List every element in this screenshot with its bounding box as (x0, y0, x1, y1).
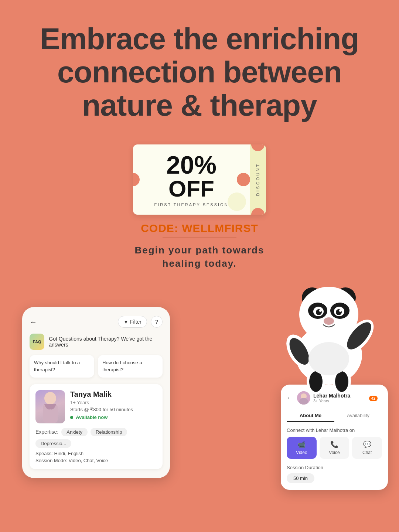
chat-label: Chat (362, 450, 372, 455)
phone-left: ← ▼ Filter ? FAQ Got Questions about The… (22, 307, 170, 478)
faq-icon-label: FAQ (33, 340, 41, 344)
screenshots-section: ← ▼ Filter ? FAQ Got Questions about The… (0, 285, 399, 532)
phone-right-header: ← Lehar Malhotra 3+ Years (287, 391, 382, 405)
expertise-tag-anxiety: Anxiety (61, 428, 88, 436)
tabs-row: About Me Availability (287, 410, 382, 422)
coupon-subtitle: FIRST THERAPY SESSION (154, 202, 228, 207)
expertise-tag-depression: Depressio... (35, 439, 71, 448)
therapist-info: Tanya Malik 1+ Years Starts @ ₹800 for 5… (70, 390, 157, 423)
faq-icon: FAQ (30, 334, 44, 350)
hero-section: Embrace the enriching connection between… (0, 0, 399, 133)
voice-icon: 📞 (330, 440, 338, 449)
svg-point-22 (44, 392, 56, 405)
video-button[interactable]: 📹 Video (287, 437, 317, 459)
therapist-speaks: Speaks: Hindi, English (35, 451, 157, 456)
notification-badge: 42 (369, 396, 378, 401)
expertise-label: Expertise: (35, 429, 58, 435)
question-card-1[interactable]: Why should I talk to a therapist? (30, 355, 94, 377)
code-section: CODE: WELLMFIRST Begin your path towards… (0, 222, 399, 270)
svg-point-16 (324, 317, 334, 325)
available-dot (70, 416, 73, 419)
code-divider (163, 238, 236, 238)
connect-buttons: 📹 Video 📞 Voice 💬 Chat (287, 437, 382, 459)
question-1-text: Why should I talk to a therapist? (34, 360, 80, 372)
therapist-avatar-svg (297, 391, 310, 405)
connect-label: Connect with Lehar Malhotra on (287, 427, 382, 433)
hero-title-line3: nature & therapy (82, 88, 317, 122)
filter-label: Filter (130, 319, 141, 325)
question-cards: Why should I talk to a therapist? How do… (30, 355, 163, 377)
tagline-line1: Begin your path towards (135, 245, 265, 256)
tagline: Begin your path towards healing today. (0, 243, 399, 270)
filter-button[interactable]: ▼ Filter (118, 316, 147, 328)
available-text: Available now (76, 415, 108, 420)
panda-illustration (277, 274, 381, 392)
therapist-mode: Session Mode: Video, Chat, Voice (35, 458, 157, 463)
svg-point-7 (299, 287, 358, 342)
phone-left-nav: ← ▼ Filter ? (30, 316, 163, 328)
therapist-price: Starts @ ₹800 for 50 minutes (70, 407, 157, 412)
svg-point-21 (308, 342, 349, 375)
coupon: 20% OFF FIRST THERAPY SESSION DISCOUNT (133, 144, 266, 215)
question-card-2[interactable]: How do I choose a therapist? (98, 355, 163, 377)
therapist-years: 1+ Years (70, 400, 157, 405)
chat-icon: 💬 (363, 440, 371, 449)
question-2-text: How do I choose a therapist? (102, 360, 142, 372)
svg-point-19 (309, 371, 323, 392)
svg-point-15 (339, 310, 341, 312)
session-duration-label: Session Duration (287, 465, 382, 470)
therapist-header: Tanya Malik 1+ Years Starts @ ₹800 for 5… (35, 390, 157, 423)
faq-text: Got Questions about Therapy? We've got t… (49, 336, 163, 348)
back-arrow-left[interactable]: ← (30, 318, 37, 326)
duration-tag: 50 min (287, 473, 314, 483)
therapist-avatar-small (297, 391, 310, 405)
right-therapist-info: Lehar Malhotra 3+ Years (313, 393, 350, 403)
right-therapist-name: Lehar Malhotra (313, 393, 350, 399)
hero-title-line2: connection between (57, 55, 342, 89)
chat-button[interactable]: 💬 Chat (352, 437, 382, 459)
coupon-side-text: DISCOUNT (256, 163, 260, 196)
coupon-side: DISCOUNT (250, 144, 266, 215)
voice-button[interactable]: 📞 Voice (320, 437, 349, 459)
promo-code: CODE: WELLMFIRST (0, 222, 399, 235)
coupon-wrapper: 20% OFF FIRST THERAPY SESSION DISCOUNT (0, 144, 399, 215)
therapist-photo (35, 390, 65, 423)
help-button[interactable]: ? (151, 316, 163, 328)
therapist-name: Tanya Malik (70, 390, 157, 399)
hero-title-line1: Embrace the enriching (40, 22, 359, 55)
coupon-dot (228, 192, 246, 211)
help-label: ? (155, 319, 158, 325)
faq-banner: FAQ Got Questions about Therapy? We've g… (30, 334, 163, 350)
svg-point-20 (335, 371, 348, 392)
tab-availability[interactable]: Availability (334, 410, 382, 422)
nav-actions: ▼ Filter ? (118, 316, 163, 328)
coupon-main: 20% OFF FIRST THERAPY SESSION (133, 144, 250, 215)
available-badge: Available now (70, 415, 157, 420)
expertise-row: Expertise: Anxiety Relationship Depressi… (35, 428, 157, 448)
panda-svg (277, 274, 381, 392)
video-icon: 📹 (297, 440, 306, 449)
right-therapist-years: 3+ Years (313, 399, 350, 403)
coupon-percent: 20% (166, 152, 216, 177)
therapist-card: Tanya Malik 1+ Years Starts @ ₹800 for 5… (30, 384, 163, 469)
coupon-off: OFF (168, 177, 214, 200)
video-label: Video (296, 450, 307, 455)
hero-title: Embrace the enriching connection between… (30, 22, 369, 122)
voice-label: Voice (329, 450, 340, 455)
tagline-line2: healing today. (163, 258, 237, 269)
phone-right: 42 ← Lehar Malhotra 3+ Years About Me Av… (281, 385, 388, 490)
back-arrow-right[interactable]: ← (287, 395, 293, 401)
svg-point-14 (319, 310, 321, 312)
tab-about-me[interactable]: About Me (287, 410, 334, 422)
expertise-tag-relationship: Relationship (91, 428, 127, 436)
therapist-photo-inner (35, 390, 65, 423)
therapist-person-svg (39, 390, 61, 423)
filter-icon: ▼ (123, 319, 129, 325)
